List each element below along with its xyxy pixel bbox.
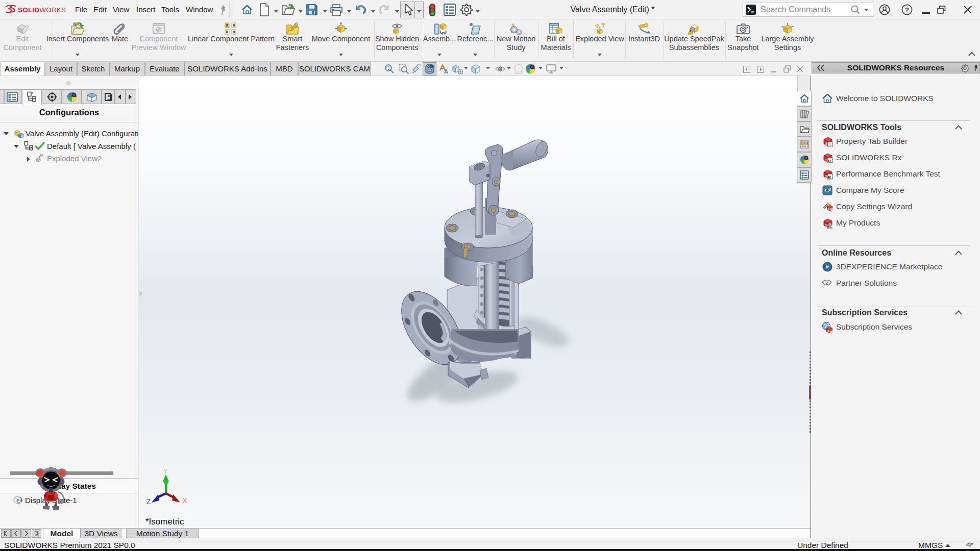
svg-text:X: X xyxy=(182,496,187,505)
svg-text:?: ? xyxy=(905,6,909,14)
svg-text:S: S xyxy=(825,223,828,227)
svg-text:Ŗ: Ŗ xyxy=(828,175,831,180)
svg-text:W: W xyxy=(830,208,833,211)
svg-text:A: A xyxy=(444,68,448,74)
svg-text:Ŗ: Ŗ xyxy=(828,159,831,163)
svg-text:S: S xyxy=(825,142,828,145)
svg-text:Y: Y xyxy=(163,467,168,475)
svg-text:W: W xyxy=(830,330,832,333)
svg-text:Z: Z xyxy=(146,497,151,506)
svg-text:SOLIDWORKS: SOLIDWORKS xyxy=(18,6,66,14)
svg-text:S: S xyxy=(828,208,830,210)
